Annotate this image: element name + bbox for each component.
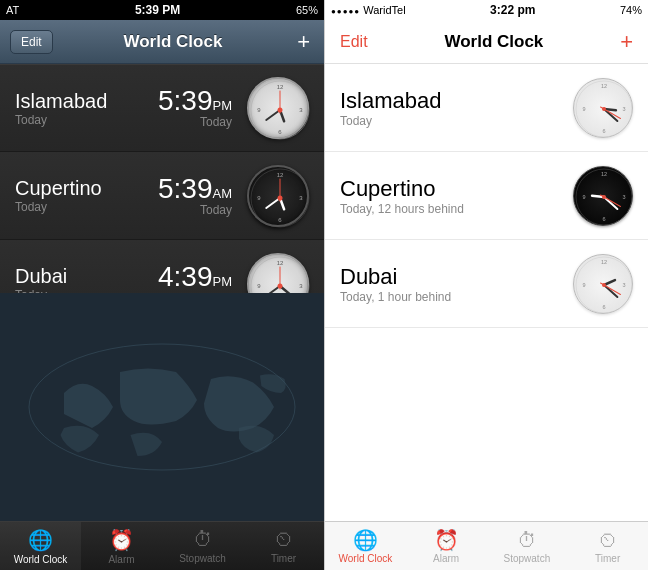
right-tab-stopwatch[interactable]: ⏱ Stopwatch	[487, 522, 568, 570]
left-clock-item-dubai[interactable]: Dubai Today 4:39PM Today 12 3 6 9	[0, 240, 324, 293]
left-city-name-dubai: Dubai	[15, 265, 158, 288]
left-city-info-dubai: Dubai Today	[15, 265, 158, 293]
left-tab-label-stopwatch: Stopwatch	[179, 553, 226, 564]
left-city-sub-islamabad: Today	[15, 113, 158, 127]
right-city-sub-cupertino: Today, 12 hours behind	[340, 202, 573, 216]
left-time-big-cupertino: 5:39	[158, 173, 213, 204]
left-status-time: 5:39 PM	[135, 3, 180, 17]
svg-line-6	[266, 110, 280, 120]
svg-text:9: 9	[257, 107, 261, 113]
right-panel: ●●●●● WaridTel 3:22 pm 74% Edit World Cl…	[324, 0, 648, 570]
svg-text:3: 3	[622, 282, 625, 288]
right-clock-item-cupertino[interactable]: Cupertino Today, 12 hours behind 12 3 6 …	[325, 152, 648, 240]
svg-point-26	[278, 283, 283, 288]
right-nav-bar: Edit World Clock +	[325, 20, 648, 64]
left-battery: 65%	[296, 4, 318, 16]
left-time-big-dubai: 4:39	[158, 261, 213, 292]
left-nav-bar: Edit World Clock +	[0, 20, 324, 64]
svg-point-17	[278, 195, 283, 200]
left-analog-dubai: 12 3 6 9	[247, 253, 309, 293]
right-carrier: WaridTel	[363, 4, 405, 16]
right-clock-list: Islamabad Today 12 3 6 9	[325, 64, 648, 521]
right-analog-dubai: 12 3 6 9	[573, 254, 633, 314]
left-time-cupertino: 5:39AM Today	[158, 175, 232, 217]
svg-text:6: 6	[602, 128, 605, 134]
left-tab-bar: 🌐 World Clock ⏰ Alarm ⏱ Stopwatch ⏲ Time…	[0, 521, 324, 570]
left-day-cupertino: Today	[158, 203, 232, 217]
svg-point-8	[278, 108, 283, 113]
right-tab-alarm[interactable]: ⏰ Alarm	[406, 522, 487, 570]
right-alarm-icon: ⏰	[434, 528, 459, 552]
left-tab-stopwatch[interactable]: ⏱ Stopwatch	[162, 522, 243, 570]
alarm-icon: ⏰	[109, 528, 134, 552]
right-city-info-islamabad: Islamabad Today	[340, 88, 573, 128]
svg-text:3: 3	[622, 106, 625, 112]
right-analog-cupertino: 12 3 6 9	[573, 166, 633, 226]
globe-icon: 🌐	[28, 528, 53, 552]
left-tab-timer[interactable]: ⏲ Timer	[243, 522, 324, 570]
left-time-islamabad: 5:39PM Today	[158, 87, 232, 129]
left-add-button[interactable]: +	[293, 29, 314, 55]
left-city-info-cupertino: Cupertino Today	[15, 177, 158, 214]
right-nav-title: World Clock	[444, 32, 543, 52]
svg-text:3: 3	[622, 194, 625, 200]
left-tab-alarm[interactable]: ⏰ Alarm	[81, 522, 162, 570]
right-city-name-islamabad: Islamabad	[340, 88, 573, 114]
left-status-bar: AT 5:39 PM 65%	[0, 0, 324, 20]
right-signal-dots: ●●●●●	[331, 7, 360, 16]
svg-line-15	[266, 198, 280, 208]
left-panel: AT 5:39 PM 65% Edit World Clock + Islama…	[0, 0, 324, 570]
left-ampm-dubai: PM	[213, 274, 233, 289]
svg-text:6: 6	[278, 217, 282, 223]
right-edit-button[interactable]: Edit	[340, 33, 368, 51]
svg-text:3: 3	[299, 283, 303, 289]
svg-text:12: 12	[277, 172, 284, 178]
left-analog-cupertino: 12 3 6 9	[247, 165, 309, 227]
svg-text:6: 6	[602, 216, 605, 222]
right-globe-icon: 🌐	[353, 528, 378, 552]
left-ampm-islamabad: PM	[213, 98, 233, 113]
right-tab-world-clock[interactable]: 🌐 World Clock	[325, 522, 406, 570]
right-timer-icon: ⏲	[598, 529, 618, 552]
right-battery: 74%	[620, 4, 642, 16]
right-city-sub-islamabad: Today	[340, 114, 573, 128]
svg-text:3: 3	[299, 195, 303, 201]
svg-text:3: 3	[299, 107, 303, 113]
svg-text:12: 12	[601, 259, 607, 265]
left-ampm-cupertino: AM	[213, 186, 233, 201]
svg-point-54	[602, 283, 606, 287]
timer-icon: ⏲	[274, 528, 294, 551]
right-tab-timer[interactable]: ⏲ Timer	[567, 522, 648, 570]
right-clock-item-dubai[interactable]: Dubai Today, 1 hour behind 12 3 6 9	[325, 240, 648, 328]
right-tab-label-stopwatch: Stopwatch	[504, 553, 551, 564]
right-city-info-dubai: Dubai Today, 1 hour behind	[340, 264, 573, 304]
svg-text:9: 9	[257, 283, 261, 289]
right-clock-item-islamabad[interactable]: Islamabad Today 12 3 6 9	[325, 64, 648, 152]
right-analog-islamabad: 12 3 6 9	[573, 78, 633, 138]
left-clock-item-islamabad[interactable]: Islamabad Today 5:39PM Today 12 3 6 9	[0, 64, 324, 152]
svg-text:12: 12	[277, 84, 284, 90]
left-tab-label-timer: Timer	[271, 553, 296, 564]
world-map-icon	[22, 337, 302, 477]
left-city-sub-cupertino: Today	[15, 200, 158, 214]
left-edit-button[interactable]: Edit	[10, 30, 53, 54]
svg-text:12: 12	[601, 171, 607, 177]
left-carrier: AT	[6, 4, 19, 16]
left-time-dubai: 4:39PM Today	[158, 263, 232, 293]
svg-text:12: 12	[277, 260, 284, 266]
stopwatch-icon: ⏱	[193, 528, 213, 551]
left-tab-label-alarm: Alarm	[108, 554, 134, 565]
left-clock-item-cupertino[interactable]: Cupertino Today 5:39AM Today 12 3 6 9	[0, 152, 324, 240]
right-status-bar: ●●●●● WaridTel 3:22 pm 74%	[325, 0, 648, 20]
right-tab-label-world-clock: World Clock	[339, 553, 393, 564]
right-add-button[interactable]: +	[620, 29, 633, 55]
left-city-info-islamabad: Islamabad Today	[15, 90, 158, 127]
left-tab-world-clock[interactable]: 🌐 World Clock	[0, 522, 81, 570]
right-tab-label-alarm: Alarm	[433, 553, 459, 564]
right-city-name-dubai: Dubai	[340, 264, 573, 290]
right-status-time: 3:22 pm	[490, 3, 535, 17]
svg-text:9: 9	[582, 282, 585, 288]
right-tab-label-timer: Timer	[595, 553, 620, 564]
svg-text:9: 9	[257, 195, 261, 201]
svg-point-36	[602, 107, 606, 111]
